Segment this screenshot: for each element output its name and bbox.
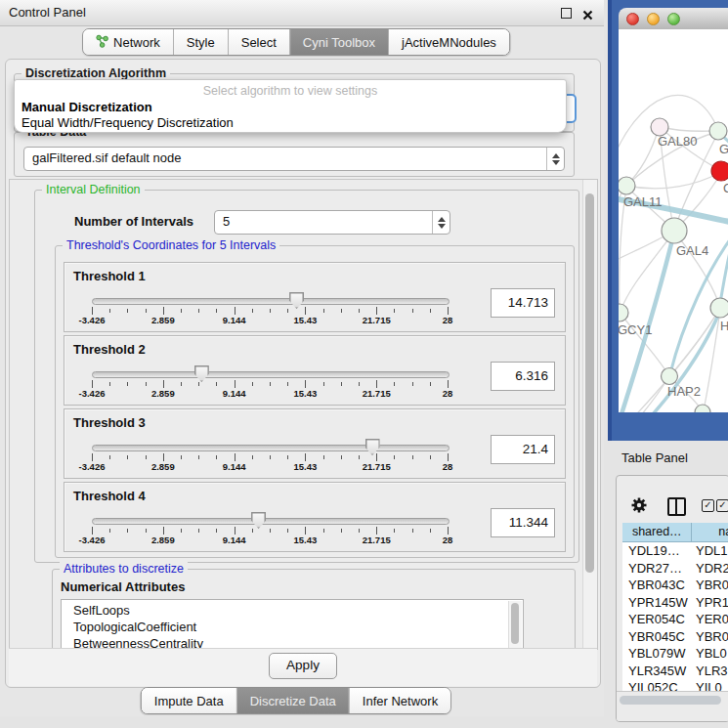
table-cell[interactable]: YDR2 xyxy=(693,560,728,578)
control-panel: Control Panel Network xyxy=(0,0,604,716)
network-node[interactable] xyxy=(695,405,710,412)
threshold-1-value-field[interactable]: 14.713 xyxy=(491,288,555,318)
network-node[interactable] xyxy=(662,218,687,243)
checkbox-icon[interactable]: ✓ xyxy=(702,499,714,512)
table-cell[interactable]: YDL19… xyxy=(622,542,693,560)
tick-label: 28 xyxy=(443,535,453,545)
tick-label: 2.859 xyxy=(151,388,175,399)
network-node[interactable] xyxy=(710,298,728,318)
table-cell[interactable]: YLR3 xyxy=(693,663,728,680)
tick xyxy=(287,529,288,533)
threshold-4-slider[interactable]: -3.4262.8599.14415.4321.71528 xyxy=(92,515,448,548)
table-cell[interactable]: YER0 xyxy=(693,611,728,628)
horizontal-scrollbar-thumb[interactable] xyxy=(620,696,721,705)
table-row[interactable]: YER054CYER0 xyxy=(622,611,728,628)
tab-style[interactable]: Style xyxy=(174,29,229,55)
option-equal-width-frequency[interactable]: Equal Width/Frequency Discretization xyxy=(21,115,234,130)
table-toolbar: ✓ ✓ xyxy=(617,476,728,521)
threshold-1-slider[interactable]: -3.4262.8599.14415.4321.71528 xyxy=(92,295,448,328)
column-header-name[interactable]: na xyxy=(692,523,728,542)
tick xyxy=(146,382,147,386)
slider-track[interactable] xyxy=(92,518,450,525)
table-cell[interactable]: YIL052C xyxy=(622,679,693,691)
option-manual-discretization[interactable]: Manual Discretization xyxy=(21,100,152,114)
table-cell[interactable]: YPR1 xyxy=(693,594,728,612)
network-node[interactable] xyxy=(619,304,628,321)
threshold-4-value-field[interactable]: 11.344 xyxy=(491,508,555,537)
threshold-3-panel: Threshold 3 -3.4262.8599.14415.4321.7152… xyxy=(64,408,566,479)
table-data-combo[interactable]: galFiltered.sif default node xyxy=(23,147,565,171)
tick-label: 15.43 xyxy=(294,461,318,472)
gear-icon[interactable] xyxy=(630,496,648,518)
table-cell[interactable]: YBR045C xyxy=(622,628,693,646)
network-node[interactable] xyxy=(619,177,635,194)
node-table[interactable]: shared… na YDL19…YDL1YDR27…YDR2YBR043CYB… xyxy=(622,523,728,691)
network-node[interactable] xyxy=(711,161,728,181)
tick xyxy=(376,307,377,315)
tab-infer-network-label: Infer Network xyxy=(363,694,438,708)
column-header-shared[interactable]: shared… xyxy=(622,523,692,542)
slider-tick-labels: -3.4262.8599.14415.4321.71528 xyxy=(92,535,448,546)
table-row[interactable]: YDL19…YDL1 xyxy=(622,542,728,560)
tab-discretize-data[interactable]: Discretize Data xyxy=(237,688,350,713)
network-node-label: GAL4 xyxy=(676,243,708,258)
table-row[interactable]: YLR345WYLR3 xyxy=(622,663,728,680)
checkbox-icon[interactable]: ✓ xyxy=(716,499,728,512)
network-node[interactable] xyxy=(662,368,678,385)
numerical-attributes-list[interactable]: SelfLoopsTopologicalCoefficientBetweenne… xyxy=(61,599,524,650)
tick xyxy=(376,380,377,388)
table-row[interactable]: YBR043CYBR0 xyxy=(622,577,728,594)
slider-track[interactable] xyxy=(92,298,450,305)
tab-select[interactable]: Select xyxy=(229,29,290,55)
tick xyxy=(448,380,449,388)
table-row[interactable]: YBL079WYBL0 xyxy=(622,645,728,663)
tab-jactivemnodules[interactable]: jActiveMNodules xyxy=(389,29,509,55)
tick-label: 9.144 xyxy=(223,388,246,399)
apply-button[interactable]: Apply xyxy=(269,653,337,679)
network-canvas[interactable]: GAL80GACGAL11GAL4GCY1HAHAP2 xyxy=(619,29,728,412)
table-cell[interactable]: YBR0 xyxy=(693,628,728,646)
table-cell[interactable]: YIL0 xyxy=(693,679,728,691)
list-scrollbar-thumb[interactable] xyxy=(511,603,519,644)
threshold-2-slider[interactable]: -3.4262.8599.14415.4321.71528 xyxy=(92,368,448,402)
window-close-icon[interactable] xyxy=(626,13,639,25)
list-item[interactable]: SelfLoops xyxy=(62,602,509,619)
tab-cyni-toolbox[interactable]: Cyni Toolbox xyxy=(290,29,389,55)
table-cell[interactable]: YBL079W xyxy=(622,645,693,663)
split-view-icon[interactable] xyxy=(667,497,686,516)
table-row[interactable]: YIL052CYIL0 xyxy=(622,679,728,691)
threshold-3-slider[interactable]: -3.4262.8599.14415.4321.71528 xyxy=(92,442,448,475)
table-row[interactable]: YDR27…YDR2 xyxy=(622,560,728,578)
close-icon[interactable] xyxy=(582,7,593,18)
table-cell[interactable]: YLR345W xyxy=(622,663,693,680)
network-window-titlebar[interactable] xyxy=(619,8,728,30)
table-cell[interactable]: YDL1 xyxy=(693,542,728,560)
table-cell[interactable]: YBR0 xyxy=(693,577,728,594)
table-cell[interactable]: YBR043C xyxy=(622,577,693,594)
settings-vertical-scrollbar[interactable] xyxy=(582,180,597,649)
tick xyxy=(341,455,342,459)
network-node[interactable] xyxy=(709,122,727,140)
threshold-2-value-field[interactable]: 6.316 xyxy=(491,362,555,391)
window-minimize-icon[interactable] xyxy=(647,13,660,25)
tab-network[interactable]: Network xyxy=(83,29,174,55)
table-cell[interactable]: YPR145W xyxy=(622,594,693,612)
float-window-icon[interactable] xyxy=(561,8,572,19)
network-node-label: GAL80 xyxy=(658,134,697,149)
slider-track[interactable] xyxy=(92,445,450,451)
threshold-3-value-field[interactable]: 21.4 xyxy=(491,435,555,464)
settings-scrollbar-thumb[interactable] xyxy=(585,193,594,573)
window-zoom-icon[interactable] xyxy=(667,13,680,25)
table-row[interactable]: YBR045CYBR0 xyxy=(622,628,728,646)
tick xyxy=(216,309,217,313)
table-cell[interactable]: YBL0 xyxy=(693,645,728,663)
table-cell[interactable]: YDR27… xyxy=(622,560,693,578)
list-item[interactable]: TopologicalCoefficient xyxy=(62,619,509,635)
number-of-intervals-combo[interactable]: 5 xyxy=(214,210,450,235)
table-row[interactable]: YPR145WYPR1 xyxy=(622,594,728,612)
table-cell[interactable]: YER054C xyxy=(622,611,693,628)
list-scrollbar[interactable] xyxy=(508,601,522,650)
slider-track[interactable] xyxy=(92,371,450,378)
tab-infer-network[interactable]: Infer Network xyxy=(350,688,450,713)
tab-impute-data[interactable]: Impute Data xyxy=(142,688,237,713)
